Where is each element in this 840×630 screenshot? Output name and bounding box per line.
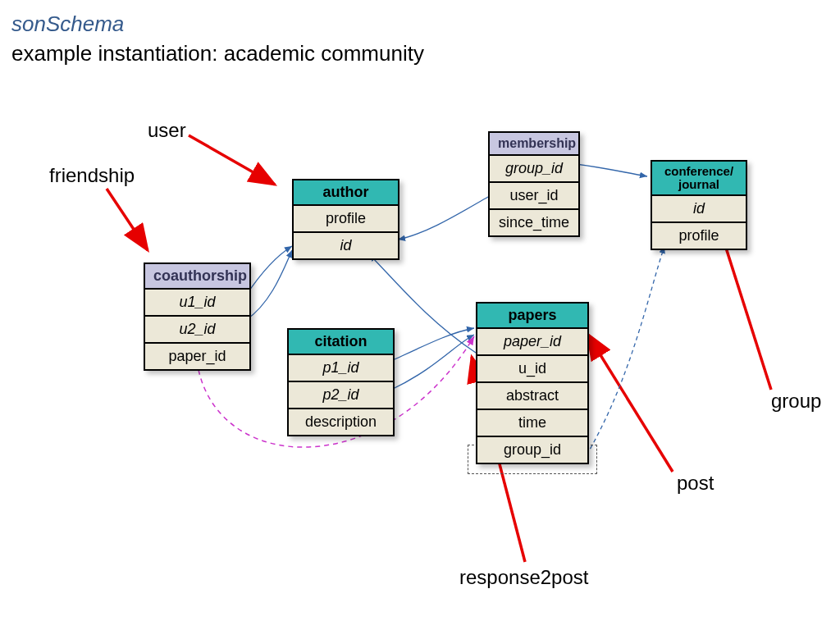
arrows-overlay [0, 0, 840, 630]
table-row: description [289, 409, 393, 435]
table-row: abstract [477, 383, 587, 410]
label-user: user [148, 119, 186, 142]
table-coauthorship: coauthorship u1_id u2_id paper_id [144, 262, 251, 371]
table-row: profile [652, 223, 746, 249]
table-header: papers [477, 304, 587, 329]
table-row: paper_id [477, 329, 587, 356]
label-response2post: response2post [459, 566, 588, 589]
table-row: id [294, 233, 398, 258]
table-conference-journal: conference/ journal id profile [651, 160, 747, 250]
table-header: coauthorship [145, 264, 249, 290]
label-post: post [677, 472, 714, 495]
table-row: u_id [477, 356, 587, 383]
table-row: profile [294, 206, 398, 233]
table-row: group_id [490, 156, 578, 183]
table-row: u2_id [145, 317, 249, 344]
svg-line-3 [587, 334, 673, 472]
svg-line-0 [189, 135, 275, 185]
table-row: time [477, 410, 587, 437]
table-row: since_time [490, 210, 578, 235]
label-group: group [771, 390, 821, 413]
table-papers: papers paper_id u_id abstract time group… [476, 302, 589, 464]
table-row: group_id [477, 437, 587, 463]
table-membership: membership group_id user_id since_time [488, 131, 580, 237]
table-row: id [652, 196, 746, 223]
table-row: p1_id [289, 355, 393, 382]
svg-line-1 [107, 189, 148, 250]
page-subtitle: example instantiation: academic communit… [11, 41, 424, 66]
page-title: sonSchema [11, 11, 124, 37]
table-row: u1_id [145, 290, 249, 317]
table-row: p2_id [289, 382, 393, 409]
table-header: citation [289, 330, 393, 355]
table-row: paper_id [145, 344, 249, 369]
table-header: membership [490, 133, 578, 156]
table-header: author [294, 180, 398, 206]
table-row: user_id [490, 183, 578, 210]
table-citation: citation p1_id p2_id description [287, 328, 395, 436]
table-header: conference/ journal [652, 162, 746, 196]
label-friendship: friendship [49, 164, 135, 187]
table-author: author profile id [292, 179, 399, 260]
